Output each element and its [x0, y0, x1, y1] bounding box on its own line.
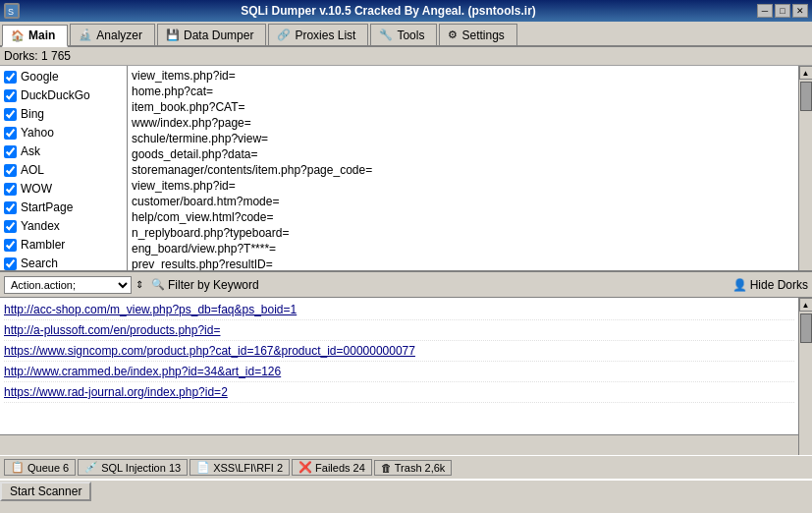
status-item-queue[interactable]: 📋Queue 6: [4, 459, 76, 476]
dork-item: eng_board/view.php?T****=: [132, 241, 794, 256]
results-scrollbar[interactable]: ▲: [798, 298, 812, 455]
status-icon-queue: 📋: [11, 461, 25, 474]
engine-item-wow: WOW: [0, 180, 127, 199]
result-item[interactable]: http://www.crammed.be/index.php?id=34&ar…: [4, 362, 794, 382]
engine-label-ask: Ask: [21, 143, 40, 160]
dork-item: schule/termine.php?view=: [132, 131, 794, 146]
scroll-thumb[interactable]: [800, 82, 812, 111]
dorks-count: 1 765: [41, 49, 71, 63]
engine-label-bing: Bing: [21, 106, 44, 123]
tab-analyzer[interactable]: 🔬 Analyzer: [70, 24, 155, 45]
tab-tools[interactable]: 🔧 Tools: [370, 24, 437, 45]
titlebar: S SQLi Dumper v.10.5 Cracked By Angeal. …: [0, 0, 812, 22]
svg-text:S: S: [8, 7, 14, 17]
tab-main[interactable]: 🏠 Main: [2, 25, 68, 47]
dork-item: view_items.php?id=: [132, 178, 794, 194]
status-label-sql-injection: SQL Injection 13: [101, 462, 181, 474]
engine-label-yandex: Yandex: [21, 218, 60, 235]
engine-label-startpage: StartPage: [21, 200, 73, 216]
dork-item: home.php?cat=: [132, 84, 794, 99]
window-controls: ─ □ ✕: [757, 4, 808, 18]
status-icon-xss: 📄: [196, 461, 210, 474]
filter-icon: 🔍: [151, 278, 165, 291]
engine-checkbox-yandex[interactable]: [4, 220, 17, 233]
analyzer-tab-icon: 🔬: [79, 28, 92, 41]
start-scanner-label: Start Scanner: [10, 484, 81, 498]
engine-checkbox-startpage[interactable]: [4, 201, 17, 214]
engine-checkbox-search[interactable]: [4, 257, 17, 270]
hide-dorks-button[interactable]: 👤 Hide Dorks: [732, 278, 808, 292]
filter-label: Filter by Keyword: [168, 278, 259, 292]
engine-item-search: Search: [0, 255, 127, 270]
status-item-xss[interactable]: 📄XSS\LFI\RFI 2: [189, 459, 290, 476]
dork-item: item_book.php?CAT=: [132, 99, 794, 115]
result-item[interactable]: https://www.rad-journal.org/index.php?id…: [4, 382, 794, 403]
engine-label-yahoo: Yahoo: [21, 125, 54, 142]
tools-tab-icon: 🔧: [379, 28, 393, 41]
tab-proxies-list[interactable]: 🔗 Proxies List: [268, 24, 368, 45]
engine-label-duckduckgo: DuckDuckGo: [21, 87, 90, 104]
maximize-button[interactable]: □: [775, 4, 790, 18]
engine-item-google: Google: [0, 68, 127, 86]
window-title: SQLi Dumper v.10.5 Cracked By Angeal. (p…: [20, 4, 757, 18]
result-item[interactable]: https://www.signcomp.com/product.php?cat…: [4, 341, 794, 362]
search-engines-panel: GoogleDuckDuckGoBingYahooAskAOLWOWStartP…: [0, 66, 128, 270]
dork-item: goods_detail.php?data=: [132, 146, 794, 162]
engine-checkbox-ask[interactable]: [4, 145, 17, 158]
engine-checkbox-aol[interactable]: [4, 164, 17, 177]
engine-label-search: Search: [21, 256, 58, 270]
dorks-list-panel: view_items.php?id=home.php?cat=item_book…: [128, 66, 798, 270]
dork-item: www/index.php?page=: [132, 115, 794, 131]
tab-data-dumper[interactable]: 💾 Data Dumper: [157, 24, 266, 45]
result-item[interactable]: http://acc-shop.com/m_view.php?ps_db=faq…: [4, 300, 794, 320]
tab-proxies-label: Proxies List: [295, 28, 355, 42]
tab-analyzer-label: Analyzer: [96, 28, 142, 42]
dork-item: prev_results.php?resultID=: [132, 256, 794, 270]
engine-item-yahoo: Yahoo: [0, 124, 127, 142]
dork-item: storemanager/contents/item.php?page_code…: [132, 162, 794, 178]
results-scroll-thumb[interactable]: [800, 314, 812, 343]
status-item-trash[interactable]: 🗑Trash 2,6k: [374, 460, 453, 476]
results-area: http://acc-shop.com/m_view.php?ps_db=faq…: [0, 298, 812, 455]
engine-item-aol: AOL: [0, 161, 127, 180]
engine-item-yandex: Yandex: [0, 217, 127, 236]
engine-item-startpage: StartPage: [0, 199, 127, 217]
action-row: Action.action; ⇕ 🔍 Filter by Keyword 👤 H…: [0, 272, 812, 298]
engine-checkbox-bing[interactable]: [4, 108, 17, 121]
status-item-sql-injection[interactable]: 💉SQL Injection 13: [78, 459, 188, 476]
main-tab-icon: 🏠: [11, 29, 25, 42]
engine-checkbox-yahoo[interactable]: [4, 127, 17, 140]
result-item[interactable]: http://a-plussoft.com/en/products.php?id…: [4, 320, 794, 341]
tab-dumper-label: Data Dumper: [184, 28, 253, 42]
start-scanner-button[interactable]: Start Scanner: [0, 482, 91, 501]
scroll-up-btn[interactable]: ▲: [799, 66, 813, 80]
status-item-faileds[interactable]: ❌Faileds 24: [292, 459, 372, 476]
engine-checkbox-rambler[interactable]: [4, 239, 17, 252]
engine-item-duckduckgo: DuckDuckGo: [0, 86, 127, 105]
hide-dorks-label: Hide Dorks: [750, 278, 808, 292]
app-icon: S: [4, 3, 20, 19]
proxies-tab-icon: 🔗: [277, 28, 291, 41]
results-scroll-wrapper: http://acc-shop.com/m_view.php?ps_db=faq…: [0, 298, 812, 455]
engine-checkbox-wow[interactable]: [4, 183, 17, 196]
action-sort-arrows[interactable]: ⇕: [135, 279, 143, 290]
engine-checkbox-duckduckgo[interactable]: [4, 89, 17, 102]
status-icon-sql-injection: 💉: [84, 461, 98, 474]
filter-by-keyword-button[interactable]: 🔍 Filter by Keyword: [147, 277, 263, 293]
action-select[interactable]: Action.action;: [4, 276, 132, 294]
engine-label-aol: AOL: [21, 162, 44, 179]
status-label-queue: Queue 6: [27, 462, 69, 474]
bottom-bar: Start Scanner: [0, 479, 812, 502]
results-panel: http://acc-shop.com/m_view.php?ps_db=faq…: [0, 298, 798, 435]
engine-checkbox-google[interactable]: [4, 71, 17, 84]
status-icon-trash: 🗑: [381, 462, 392, 474]
dorks-scrollbar[interactable]: ▲: [798, 66, 812, 270]
close-button[interactable]: ✕: [792, 4, 808, 18]
dork-item: n_replyboard.php?typeboard=: [132, 225, 794, 241]
dorks-row: Dorks: 1 765: [0, 47, 812, 66]
engine-item-rambler: Rambler: [0, 236, 127, 255]
tab-settings[interactable]: ⚙ Settings: [439, 24, 516, 45]
dork-item: customer/board.htm?mode=: [132, 194, 794, 209]
minimize-button[interactable]: ─: [757, 4, 773, 18]
results-scroll-up-btn[interactable]: ▲: [799, 298, 813, 312]
